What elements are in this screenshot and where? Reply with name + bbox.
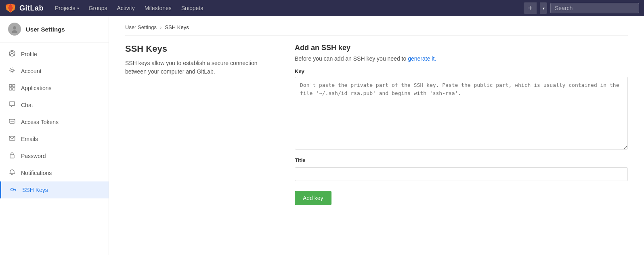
generate-link[interactable]: generate it.: [408, 55, 436, 62]
sidebar-item-applications[interactable]: Applications: [0, 80, 109, 97]
nav-right: + ▾: [524, 2, 639, 14]
page-description: SSH keys allow you to establish a secure…: [125, 59, 279, 76]
top-navigation: GitLab Projects ▾ Groups Activity Milest…: [0, 0, 644, 16]
profile-label: Profile: [21, 51, 37, 57]
ssh-keys-icon: [9, 186, 17, 194]
account-label: Account: [21, 68, 42, 74]
svg-point-20: [11, 188, 14, 191]
nav-links: Projects ▾ Groups Activity Milestones Sn…: [50, 0, 524, 16]
account-icon: [8, 67, 16, 75]
content-grid: SSH Keys SSH keys allow you to establish…: [125, 44, 628, 205]
chat-label: Chat: [21, 102, 33, 108]
nav-projects[interactable]: Projects ▾: [50, 0, 84, 16]
svg-rect-15: [13, 88, 15, 90]
breadcrumb-current: SSH Keys: [165, 24, 189, 30]
svg-point-7: [13, 26, 16, 30]
sidebar-item-ssh-keys[interactable]: SSH Keys: [0, 181, 109, 198]
password-label: Password: [21, 153, 46, 159]
title-field-group: Title: [295, 157, 628, 181]
svg-rect-18: [9, 136, 15, 140]
emails-label: Emails: [21, 136, 38, 142]
description-section: SSH Keys SSH keys allow you to establish…: [125, 44, 279, 205]
sidebar-item-notifications[interactable]: Notifications: [0, 164, 109, 181]
nav-milestones[interactable]: Milestones: [140, 0, 176, 16]
sidebar: User Settings Profile: [0, 16, 109, 255]
form-subtitle: Before you can add an SSH key you need t…: [295, 55, 628, 62]
avatar: [8, 23, 21, 36]
nav-groups[interactable]: Groups: [84, 0, 112, 16]
chevron-down-icon: ▾: [77, 6, 79, 11]
sidebar-item-account[interactable]: Account: [0, 63, 109, 80]
ssh-keys-label: SSH Keys: [22, 187, 48, 193]
notifications-icon: [8, 169, 16, 177]
add-key-button[interactable]: Add key: [295, 191, 331, 205]
main-content: User Settings › SSH Keys SSH Keys SSH ke…: [109, 16, 644, 255]
form-section: Add an SSH key Before you can add an SSH…: [295, 44, 628, 205]
title-label: Title: [295, 157, 628, 163]
svg-point-10: [11, 51, 13, 54]
sidebar-title: User Settings: [26, 26, 65, 33]
nav-activity[interactable]: Activity: [112, 0, 140, 16]
brand-name: GitLab: [19, 4, 44, 13]
emails-icon: [8, 135, 16, 143]
key-textarea[interactable]: [295, 77, 628, 150]
sidebar-item-emails[interactable]: Emails: [0, 131, 109, 148]
logo-area[interactable]: GitLab: [5, 2, 44, 14]
svg-rect-14: [9, 88, 12, 90]
notifications-label: Notifications: [21, 170, 52, 176]
applications-icon: [8, 84, 16, 92]
profile-icon: [8, 50, 16, 58]
form-title: Add an SSH key: [295, 44, 628, 52]
password-icon: [8, 152, 16, 160]
breadcrumb-separator: ›: [160, 24, 162, 30]
svg-rect-12: [9, 84, 12, 87]
title-input[interactable]: [295, 167, 628, 181]
user-icon: [10, 25, 19, 33]
key-field-group: Key: [295, 68, 628, 151]
svg-point-8: [12, 30, 17, 33]
applications-label: Applications: [21, 85, 52, 91]
sidebar-item-profile[interactable]: Profile: [0, 46, 109, 63]
search-input[interactable]: [550, 3, 639, 13]
chat-icon: [8, 101, 16, 109]
sidebar-item-chat[interactable]: Chat: [0, 97, 109, 114]
breadcrumb: User Settings › SSH Keys: [125, 24, 628, 36]
sidebar-header: User Settings: [0, 16, 109, 42]
sidebar-item-access-tokens[interactable]: Access Tokens: [0, 114, 109, 131]
access-tokens-label: Access Tokens: [21, 119, 59, 125]
page-layout: User Settings Profile: [0, 16, 644, 255]
gitlab-fox-icon: [5, 2, 16, 14]
subtitle-text: Before you can add an SSH key you need t…: [295, 55, 408, 62]
page-title: SSH Keys: [125, 44, 279, 54]
new-item-dropdown[interactable]: ▾: [540, 2, 547, 14]
breadcrumb-parent[interactable]: User Settings: [125, 24, 157, 30]
new-item-button[interactable]: +: [524, 2, 537, 14]
nav-snippets[interactable]: Snippets: [176, 0, 208, 16]
svg-rect-13: [13, 84, 15, 87]
key-label: Key: [295, 68, 628, 74]
sidebar-nav: Profile Account: [0, 42, 109, 202]
svg-rect-19: [10, 155, 14, 158]
sidebar-item-password[interactable]: Password: [0, 148, 109, 164]
access-tokens-icon: [8, 118, 16, 126]
